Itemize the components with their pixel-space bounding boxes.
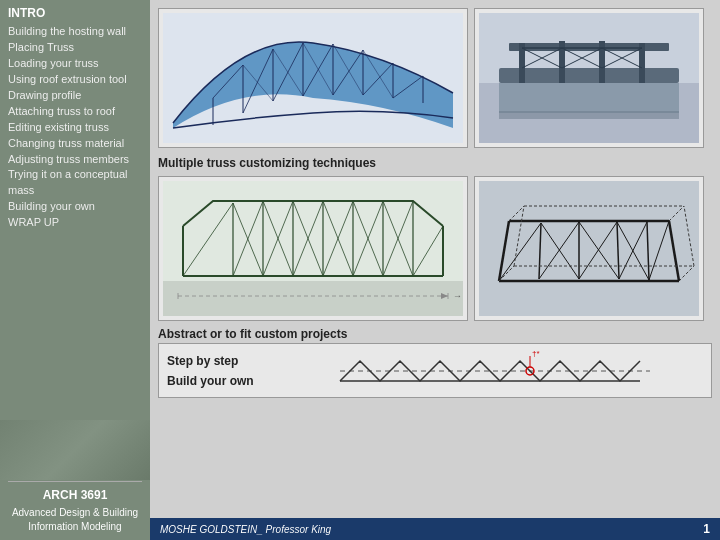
sidebar-item-9[interactable]: Trying it on a conceptual mass [8, 167, 142, 199]
truss-flat-image: → [158, 176, 468, 321]
arch-subtitle: Advanced Design & Building Information M… [8, 506, 142, 534]
svg-text:→: → [453, 291, 462, 301]
sidebar-item-8[interactable]: Adjusting truss members [8, 152, 142, 168]
sidebar-item-5[interactable]: Attaching truss to roof [8, 104, 142, 120]
sidebar-item-2[interactable]: Loading your truss [8, 56, 142, 72]
step-by-step-label: Step by step [167, 354, 267, 368]
sidebar-item-11[interactable]: WRAP UP [8, 215, 142, 231]
footer: MOSHE GOLDSTEIN_ Professor King 1 [150, 518, 720, 540]
bottom-section-label: Abstract or to fit custom projects [158, 327, 712, 341]
sidebar: INTRO Building the hosting wall Placing … [0, 0, 150, 540]
top-image-row [158, 8, 712, 148]
sidebar-item-0[interactable]: Building the hosting wall [8, 24, 142, 40]
step-box: Step by step Build your own †* [158, 343, 712, 398]
sidebar-item-10[interactable]: Building your own [8, 199, 142, 215]
sidebar-item-3[interactable]: Using roof extrusion tool [8, 72, 142, 88]
bottom-area: Abstract or to fit custom projects Step … [158, 327, 712, 398]
sidebar-item-1[interactable]: Placing Truss [8, 40, 142, 56]
arch-title: ARCH 3691 [8, 488, 142, 502]
build-your-own-label: Build your own [167, 374, 267, 388]
svg-text:†*: †* [532, 349, 540, 358]
sidebar-item-4[interactable]: Drawing profile [8, 88, 142, 104]
svg-rect-41 [163, 281, 463, 316]
sidebar-bottom: ARCH 3691 Advanced Design & Building Inf… [8, 481, 142, 534]
sidebar-item-7[interactable]: Changing truss material [8, 136, 142, 152]
svg-rect-23 [499, 68, 679, 83]
sidebar-item-6[interactable]: Editing existing truss [8, 120, 142, 136]
truss-curved-image [158, 8, 468, 148]
main-content: Multiple truss customizing techniques [150, 0, 720, 540]
svg-rect-38 [499, 83, 679, 113]
footer-author: MOSHE GOLDSTEIN_ Professor King [160, 524, 331, 535]
sidebar-title: INTRO [8, 6, 142, 20]
svg-rect-71 [479, 181, 699, 316]
mid-image-row: → [158, 176, 712, 321]
bridge-3d-image [474, 8, 704, 148]
svg-rect-39 [499, 111, 679, 119]
truss-3d-dark-image [474, 176, 704, 321]
footer-page-number: 1 [703, 522, 710, 536]
top-section-label: Multiple truss customizing techniques [158, 156, 712, 170]
